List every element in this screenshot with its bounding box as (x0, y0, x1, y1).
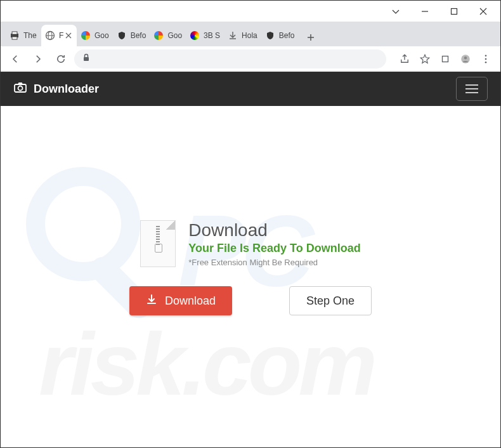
window-close-button[interactable] (469, 1, 498, 22)
forward-button[interactable] (29, 49, 48, 69)
download-title: Download (188, 220, 360, 240)
reload-button[interactable] (51, 49, 70, 69)
browser-window: The F Goo Befo Goo 3B S Hola Be (0, 0, 501, 448)
tab-label: 3B S (204, 31, 220, 40)
brand-text: Downloader (34, 82, 99, 96)
bookmark-button[interactable] (415, 49, 434, 69)
window-titlebar (1, 1, 500, 22)
svg-point-18 (485, 55, 487, 56)
app-header: Downloader (1, 72, 500, 106)
download-note: *Free Extension Might Be Required (188, 258, 360, 267)
tab-strip: The F Goo Befo Goo 3B S Hola Be (1, 22, 500, 46)
download-icon (228, 30, 238, 41)
download-icon (146, 294, 157, 308)
address-bar[interactable] (74, 49, 386, 69)
svg-rect-15 (443, 56, 448, 62)
step-one-button[interactable]: Step One (289, 286, 372, 315)
download-button[interactable]: Download (129, 286, 232, 315)
tab-3[interactable]: Befo (113, 25, 150, 46)
svg-rect-6 (12, 37, 17, 39)
tab-label: Befo (131, 31, 146, 40)
printer-icon (10, 30, 20, 41)
download-button-label: Download (165, 294, 216, 308)
rainbow-icon (190, 30, 200, 41)
browser-toolbar (1, 46, 500, 72)
svg-rect-5 (12, 32, 17, 34)
globe-icon (45, 30, 55, 41)
tab-label: Goo (94, 31, 109, 40)
new-tab-button[interactable] (302, 29, 320, 46)
window-maximize-button[interactable] (439, 1, 469, 22)
step-one-label: Step One (306, 294, 355, 308)
svg-rect-14 (84, 57, 89, 61)
page-content: PC risk.com Downloader Download Your Fil… (1, 72, 500, 447)
window-dropdown-button[interactable] (381, 1, 410, 22)
hamburger-button[interactable] (456, 77, 488, 101)
app-brand: Downloader (13, 81, 99, 98)
tab-label: Befo (279, 31, 295, 40)
tab-6[interactable]: Hola (224, 25, 261, 46)
tab-7[interactable]: Befo (261, 25, 299, 46)
download-panel: Download Your File Is Ready To Download … (1, 106, 500, 315)
tab-label: Hola (242, 31, 257, 40)
tab-label: F (59, 31, 63, 40)
tab-4[interactable]: Goo (150, 25, 186, 46)
tab-1[interactable]: F (41, 25, 77, 46)
shield-icon (265, 30, 275, 41)
tab-0[interactable]: The (6, 25, 41, 46)
tab-close-icon[interactable] (64, 31, 73, 40)
camera-icon (13, 81, 27, 98)
tab-5[interactable]: 3B S (186, 25, 224, 46)
svg-rect-1 (452, 8, 457, 14)
shield-icon (117, 30, 127, 41)
tab-label: Goo (167, 31, 182, 40)
google-icon (153, 30, 164, 41)
lock-icon (82, 53, 91, 65)
share-button[interactable] (395, 49, 414, 69)
zip-file-icon (140, 220, 176, 267)
download-ready-text: Your File Is Ready To Download (188, 242, 360, 255)
window-minimize-button[interactable] (410, 1, 439, 22)
svg-point-19 (485, 58, 487, 60)
extensions-button[interactable] (436, 49, 455, 69)
profile-button[interactable] (456, 49, 475, 69)
back-button[interactable] (6, 49, 25, 69)
tab-2[interactable]: Goo (77, 25, 113, 46)
menu-button[interactable] (476, 49, 495, 69)
svg-point-22 (18, 86, 23, 90)
google-icon (81, 30, 91, 41)
svg-point-20 (485, 61, 487, 63)
svg-point-17 (464, 56, 467, 59)
tab-label: The (23, 31, 37, 40)
